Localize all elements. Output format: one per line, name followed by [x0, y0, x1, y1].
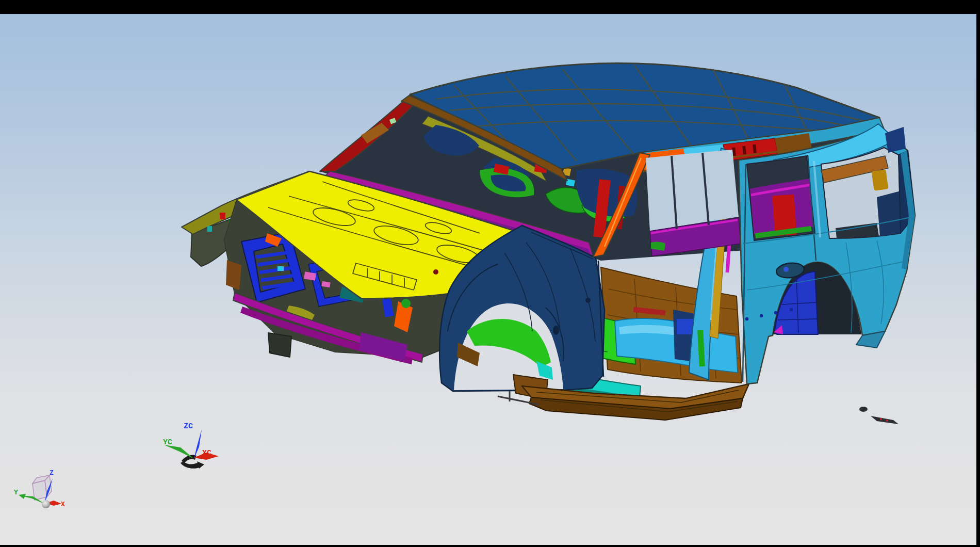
wcs-y-label[interactable]: YC: [163, 438, 172, 447]
fender-red-bit[interactable]: [220, 213, 225, 219]
rear-tiny-window[interactable]: [885, 127, 906, 153]
wcs-z-arrow[interactable]: [194, 429, 202, 459]
wcs-base-arrow-2[interactable]: [181, 461, 204, 469]
fender-teal-bit[interactable]: [207, 226, 212, 232]
loose-part-sliver[interactable]: [871, 416, 899, 424]
body-side-rear-assembly[interactable]: [739, 124, 915, 384]
b-pillar-blue-box[interactable]: [677, 319, 694, 334]
cad-viewport[interactable]: ZC YC XC Z Y X: [0, 0, 980, 547]
abs-z-label[interactable]: Z: [50, 469, 54, 477]
brown-bracket-left[interactable]: [226, 260, 241, 290]
graphics-window[interactable]: ZC YC XC Z Y X: [0, 0, 980, 547]
loose-part-small[interactable]: [859, 407, 868, 412]
fender-hole: [585, 298, 591, 303]
wcs-x-label[interactable]: XC: [202, 449, 211, 458]
handle-blue-bit: [783, 267, 789, 272]
sliver-red-dot-2: [886, 420, 888, 422]
abs-y-head: [19, 494, 26, 499]
green-grommet-2[interactable]: [401, 299, 411, 308]
loose-parts[interactable]: [859, 407, 899, 424]
wcs-z-label[interactable]: ZC: [184, 422, 193, 431]
hood-red-dot: [433, 269, 438, 275]
quarter-navy-corner[interactable]: [877, 191, 901, 236]
opposite-glass-sky: [646, 150, 739, 231]
triad-origin-sphere[interactable]: [42, 500, 50, 508]
abs-x-label[interactable]: X: [61, 501, 65, 508]
fender-oval-hole: [553, 326, 559, 335]
car-body-model[interactable]: [182, 63, 915, 424]
tow-bracket-dark[interactable]: [268, 333, 291, 357]
quarter-gold-plate[interactable]: [871, 169, 888, 191]
abs-y-label[interactable]: Y: [14, 489, 18, 496]
absolute-triad[interactable]: Z Y X: [14, 469, 65, 508]
front-door-opening[interactable]: [646, 150, 741, 256]
sliver-red-dot-1: [880, 418, 882, 420]
wcs-triad[interactable]: ZC YC XC: [163, 422, 219, 469]
